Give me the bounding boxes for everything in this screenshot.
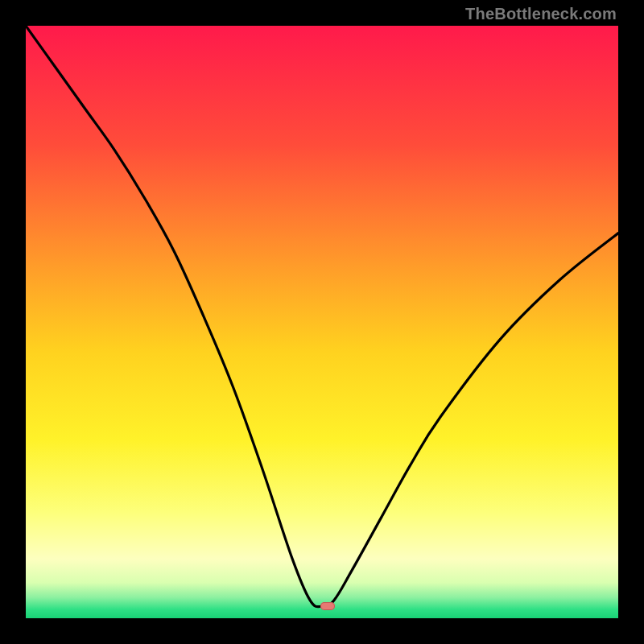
plot-wrap xyxy=(26,26,618,618)
chart-frame: TheBottleneck.com xyxy=(0,0,644,644)
watermark-text: TheBottleneck.com xyxy=(465,5,617,23)
plot-area xyxy=(26,26,618,618)
optimal-marker xyxy=(320,602,335,610)
gradient-background xyxy=(26,26,618,618)
